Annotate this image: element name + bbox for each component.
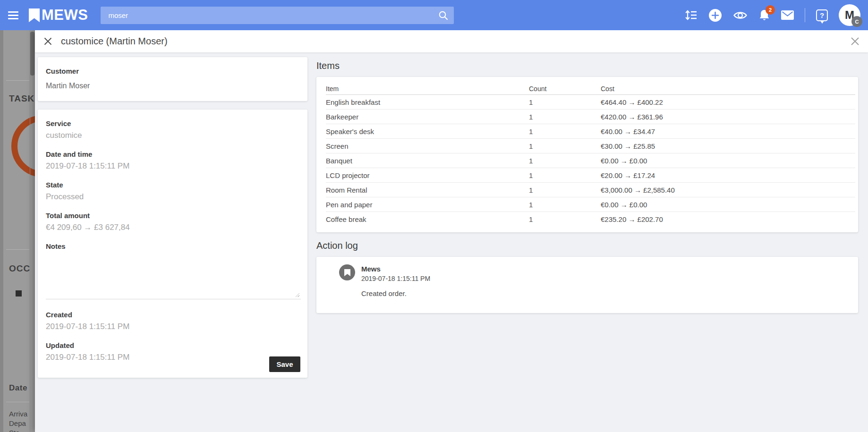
topbar-divider (805, 8, 805, 22)
table-row[interactable]: Speaker's desk 1 €40.00 → £34.47 (326, 124, 855, 139)
background-legend-swatch (16, 290, 22, 296)
help-icon[interactable]: ? (816, 9, 828, 21)
save-button[interactable]: Save (269, 356, 300, 372)
item-name: Barkeeper (326, 113, 529, 121)
eye-icon[interactable] (733, 10, 748, 21)
service-field: Service customice (46, 119, 300, 140)
item-count: 1 (529, 186, 601, 194)
customer-name: Martin Moser (46, 82, 299, 90)
close-icon[interactable] (44, 37, 52, 45)
state-value: Processed (46, 192, 300, 202)
item-count: 1 (529, 157, 601, 165)
date-time-value: 2019-07-18 1:15:11 PM (46, 161, 300, 171)
background-page-strip: TASK OCC Date Arriva Depa Sta (0, 30, 35, 432)
log-timestamp: 2019-07-18 1:15:11 PM (361, 275, 430, 282)
item-name: Speaker's desk (326, 127, 529, 136)
items-column: Items Item Count Cost English breakfast … (316, 60, 858, 313)
mews-bookmark-icon (344, 269, 350, 276)
background-divider (6, 402, 29, 402)
item-count: 1 (529, 113, 601, 121)
background-scrollbar-track (30, 30, 35, 432)
table-row[interactable]: Coffee break 1 €235.20 → £202.70 (326, 212, 855, 227)
mews-logo[interactable]: MEWS (29, 7, 88, 24)
modal-title: customice (Martin Moser) (61, 36, 168, 47)
items-heading: Items (316, 60, 858, 71)
column-header-cost: Cost (601, 85, 855, 93)
background-date-label: Date (9, 383, 27, 393)
table-row[interactable]: LCD projector 1 €20.00 → £17.24 (326, 168, 855, 183)
notifications-icon[interactable]: 2 (758, 9, 770, 22)
global-search (101, 7, 454, 24)
search-icon[interactable] (438, 10, 448, 22)
background-sidebar-edge (0, 30, 3, 432)
table-row[interactable]: English breakfast 1 €464.40 → £400.22 (326, 95, 855, 110)
table-row[interactable]: Room Rental 1 €3,000.00 → £2,585.40 (326, 183, 855, 197)
background-row-arrivals: Arriva (9, 410, 27, 418)
order-detail-card: Service customice Date and time 2019-07-… (38, 110, 307, 378)
mews-bookmark-icon (29, 8, 40, 22)
item-cost: €0.00 → £0.00 (601, 157, 855, 165)
add-icon[interactable] (708, 8, 722, 22)
item-cost: €20.00 → £17.24 (601, 171, 855, 179)
mail-icon[interactable] (781, 10, 794, 20)
item-count: 1 (529, 127, 601, 136)
order-detail-modal: customice (Martin Moser) Customer Martin… (35, 30, 868, 432)
mews-logo-text: MEWS (42, 7, 88, 24)
topbar: MEWS 2 (0, 0, 868, 30)
background-occupancy-heading: OCC (9, 263, 30, 274)
item-name: Screen (326, 142, 529, 150)
search-input[interactable] (101, 7, 454, 24)
item-name: Pen and paper (326, 201, 529, 209)
item-count: 1 (529, 142, 601, 150)
table-row[interactable]: Screen 1 €30.00 → £25.85 (326, 139, 855, 153)
notes-field (46, 254, 300, 299)
notification-badge: 2 (766, 5, 775, 15)
notes-textarea[interactable] (46, 254, 301, 299)
table-row[interactable]: Barkeeper 1 €420.00 → £361.96 (326, 110, 855, 124)
column-header-count: Count (529, 85, 601, 93)
created-value: 2019-07-18 1:15:11 PM (46, 322, 300, 331)
menu-icon[interactable] (8, 11, 18, 19)
background-scrollbar-thumb[interactable] (30, 32, 34, 76)
background-row-departures: Depa (9, 419, 26, 427)
item-name: English breakfast (326, 98, 529, 106)
item-cost: €0.00 → £0.00 (601, 201, 855, 209)
mews-system-avatar (339, 264, 355, 280)
created-label: Created (46, 311, 300, 319)
notes-label: Notes (46, 242, 300, 250)
table-row[interactable]: Banquet 1 €0.00 → £0.00 (326, 153, 855, 168)
modal-body: Customer Martin Moser Service customice … (35, 52, 868, 432)
background-divider (6, 80, 29, 81)
log-message: Created order. (361, 289, 430, 297)
item-count: 1 (529, 201, 601, 209)
item-count: 1 (529, 98, 601, 106)
background-divider (6, 249, 29, 250)
items-table-header: Item Count Cost (326, 83, 855, 95)
updated-label: Updated (46, 341, 300, 349)
background-row-stays: Sta (9, 429, 20, 432)
total-amount-value: €4 209,60 → £3 627,84 (46, 223, 300, 232)
table-row[interactable]: Pen and paper 1 €0.00 → £0.00 (326, 197, 855, 212)
line-spacing-icon[interactable] (685, 9, 698, 21)
item-cost: €420.00 → £361.96 (601, 113, 855, 121)
close-icon-secondary[interactable] (851, 37, 859, 46)
item-count: 1 (529, 215, 601, 223)
item-name: Room Rental (326, 186, 529, 194)
customer-label: Customer (46, 67, 299, 75)
total-amount-field: Total amount €4 209,60 → £3 627,84 (46, 212, 300, 232)
created-field: Created 2019-07-18 1:15:11 PM (46, 311, 300, 331)
item-cost: €464.40 → £400.22 (601, 98, 855, 106)
date-time-field: Date and time 2019-07-18 1:15:11 PM (46, 150, 300, 171)
log-entry: Mews 2019-07-18 1:15:11 PM Created order… (361, 264, 430, 297)
date-time-label: Date and time (46, 150, 300, 158)
column-header-item: Item (326, 85, 529, 93)
updated-field: Updated 2019-07-18 1:15:11 PM (46, 341, 300, 362)
item-cost: €3,000.00 → £2,585.40 (601, 186, 855, 194)
item-cost: €30.00 → £25.85 (601, 142, 855, 150)
items-table-card: Item Count Cost English breakfast 1 €464… (316, 77, 858, 232)
updated-value: 2019-07-18 1:15:11 PM (46, 353, 300, 362)
state-label: State (46, 181, 300, 189)
user-avatar[interactable]: M C (839, 4, 860, 26)
item-count: 1 (529, 171, 601, 179)
customer-card: Customer Martin Moser (38, 57, 307, 101)
